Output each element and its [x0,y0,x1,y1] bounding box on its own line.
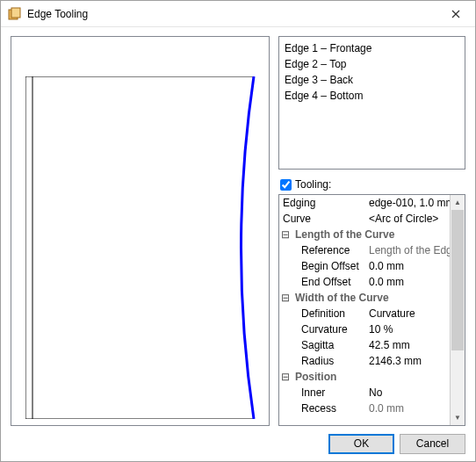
prop-row-curve[interactable]: Curve <Arc of Circle> [279,211,450,227]
window-title: Edge Tooling [27,8,436,20]
prop-group-label: Width of the Curve [292,290,389,306]
prop-label: Sagitta [279,337,364,353]
prop-row-end-offset[interactable]: End Offset 0.0 mm [279,274,450,290]
scroll-up-arrow-icon[interactable]: ▲ [451,195,465,210]
prop-group-width[interactable]: ⊟ Width of the Curve [279,290,450,306]
prop-row-radius[interactable]: Radius 2146.3 mm [279,353,450,369]
property-rows: Edging edge-010, 1.0 mm Curve <Arc of Ci… [279,195,450,425]
svg-rect-1 [11,8,20,18]
property-grid: Edging edge-010, 1.0 mm Curve <Arc of Ci… [278,194,465,426]
prop-label: Curve [279,211,364,227]
prop-value[interactable]: 0.0 mm [364,401,450,416]
svg-rect-4 [25,76,32,419]
tooling-checkbox[interactable] [280,179,292,191]
edge-list-item[interactable]: Edge 4 – Bottom [285,88,459,104]
close-button[interactable] [436,1,475,26]
prop-row-definition[interactable]: Definition Curvature [279,306,450,321]
prop-value[interactable]: 0.0 mm [364,258,450,274]
prop-row-begin-offset[interactable]: Begin Offset 0.0 mm [279,258,450,274]
prop-row-edging[interactable]: Edging edge-010, 1.0 mm [279,195,450,211]
prop-value[interactable]: 42.5 mm [364,337,450,353]
prop-group-position[interactable]: ⊟ Position [279,369,450,385]
property-scrollbar[interactable]: ▲ ▼ [450,195,465,425]
tooling-checkbox-label: Tooling: [295,178,331,191]
prop-value[interactable]: 0.0 mm [364,274,450,290]
dialog-content: Edge 1 – Frontage Edge 2 – Top Edge 3 – … [1,27,475,426]
prop-label: Curvature [279,321,364,337]
tooling-checkbox-row[interactable]: Tooling: [280,178,465,191]
scroll-thumb[interactable] [451,210,464,350]
edge-list-item[interactable]: Edge 1 – Frontage [285,40,459,56]
prop-label: Edging [279,195,364,211]
ok-button[interactable]: OK [328,434,394,454]
prop-label: End Offset [279,274,364,290]
prop-label: Radius [279,353,364,369]
right-column: Edge 1 – Frontage Edge 2 – Top Edge 3 – … [278,36,465,426]
titlebar: Edge Tooling [1,1,475,27]
prop-row-reference[interactable]: Reference Length of the Edge [279,242,450,258]
prop-label: Recess [279,401,364,416]
dialog-button-row: OK Cancel [1,426,475,461]
prop-label: Definition [279,306,364,321]
collapse-icon[interactable]: ⊟ [279,290,292,306]
prop-label: Begin Offset [279,258,364,274]
scroll-down-arrow-icon[interactable]: ▼ [451,410,465,425]
prop-row-sagitta[interactable]: Sagitta 42.5 mm [279,337,450,353]
close-icon [451,10,460,18]
prop-value[interactable]: edge-010, 1.0 mm [364,195,450,211]
edge-list-item[interactable]: Edge 3 – Back [285,72,459,88]
panel-preview-drawing [25,76,256,419]
prop-value[interactable]: Length of the Edge [364,242,450,258]
cancel-button[interactable]: Cancel [400,434,465,454]
prop-group-label: Length of the Curve [292,227,394,242]
prop-value[interactable]: <Arc of Circle> [364,211,450,227]
prop-value[interactable]: 10 % [364,321,450,337]
edge-list-item[interactable]: Edge 2 – Top [285,56,459,72]
prop-group-label: Position [292,369,336,385]
collapse-icon[interactable]: ⊟ [279,369,292,385]
edge-list[interactable]: Edge 1 – Frontage Edge 2 – Top Edge 3 – … [278,36,465,170]
prop-row-inner[interactable]: Inner No [279,385,450,401]
prop-value[interactable]: 2146.3 mm [364,353,450,369]
prop-label: Inner [279,385,364,401]
preview-panel [11,36,270,426]
collapse-icon[interactable]: ⊟ [279,227,292,242]
edge-tooling-dialog: Edge Tooling Edge 1 – Frontage Edge 2 – … [0,0,476,462]
app-icon [8,7,22,21]
prop-label: Reference [279,242,364,258]
prop-row-curvature[interactable]: Curvature 10 % [279,321,450,337]
prop-value[interactable]: No [364,385,450,401]
prop-group-length[interactable]: ⊟ Length of the Curve [279,227,450,242]
prop-row-recess[interactable]: Recess 0.0 mm [279,401,450,416]
prop-value[interactable]: Curvature [364,306,450,321]
